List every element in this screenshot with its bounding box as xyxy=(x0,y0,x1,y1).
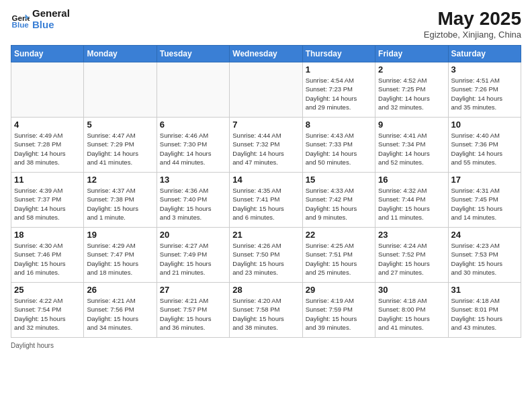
calendar-cell: 8Sunrise: 4:43 AM Sunset: 7:33 PM Daylig… xyxy=(302,118,375,173)
day-info: Sunrise: 4:41 AM Sunset: 7:34 PM Dayligh… xyxy=(378,131,445,167)
calendar-cell xyxy=(157,62,229,118)
day-header-friday: Friday xyxy=(375,46,448,62)
day-number: 13 xyxy=(160,175,226,185)
calendar-cell: 20Sunrise: 4:27 AM Sunset: 7:49 PM Dayli… xyxy=(157,228,229,283)
day-number: 22 xyxy=(306,230,372,240)
day-info: Sunrise: 4:40 AM Sunset: 7:36 PM Dayligh… xyxy=(451,131,518,167)
day-number: 3 xyxy=(451,64,518,75)
day-info: Sunrise: 4:44 AM Sunset: 7:32 PM Dayligh… xyxy=(232,131,299,167)
logo-icon: General Blue xyxy=(11,10,30,29)
day-header-thursday: Thursday xyxy=(302,46,375,62)
day-info: Sunrise: 4:21 AM Sunset: 7:56 PM Dayligh… xyxy=(87,296,153,332)
week-row-1: 1Sunrise: 4:54 AM Sunset: 7:23 PM Daylig… xyxy=(11,62,521,118)
calendar-table: SundayMondayTuesdayWednesdayThursdayFrid… xyxy=(11,45,521,338)
day-number: 26 xyxy=(87,285,153,295)
page: General Blue General Blue May 2025 Egizt… xyxy=(0,0,532,411)
calendar-cell xyxy=(230,62,302,118)
daylight-label: Daylight hours xyxy=(11,342,54,349)
day-number: 8 xyxy=(306,120,372,130)
day-info: Sunrise: 4:21 AM Sunset: 7:57 PM Dayligh… xyxy=(160,296,226,332)
day-info: Sunrise: 4:37 AM Sunset: 7:38 PM Dayligh… xyxy=(87,186,153,222)
day-info: Sunrise: 4:49 AM Sunset: 7:28 PM Dayligh… xyxy=(14,131,81,167)
location: Egiztobe, Xinjiang, China xyxy=(424,30,521,40)
day-number: 12 xyxy=(87,175,153,185)
day-number: 10 xyxy=(451,120,518,130)
calendar-cell: 3Sunrise: 4:51 AM Sunset: 7:26 PM Daylig… xyxy=(448,62,521,118)
calendar-cell: 30Sunrise: 4:18 AM Sunset: 8:00 PM Dayli… xyxy=(375,283,448,338)
day-number: 4 xyxy=(14,120,81,130)
day-number: 9 xyxy=(378,120,445,130)
logo: General Blue General Blue xyxy=(11,8,70,30)
day-number: 23 xyxy=(378,230,445,240)
day-header-monday: Monday xyxy=(84,46,157,62)
day-number: 2 xyxy=(378,64,445,75)
day-number: 20 xyxy=(160,230,226,240)
calendar-cell: 5Sunrise: 4:47 AM Sunset: 7:29 PM Daylig… xyxy=(84,118,157,173)
calendar-cell: 21Sunrise: 4:26 AM Sunset: 7:50 PM Dayli… xyxy=(230,228,302,283)
day-number: 14 xyxy=(232,175,299,185)
day-number: 31 xyxy=(451,285,518,295)
calendar-cell: 7Sunrise: 4:44 AM Sunset: 7:32 PM Daylig… xyxy=(230,118,302,173)
day-info: Sunrise: 4:26 AM Sunset: 7:50 PM Dayligh… xyxy=(232,241,299,277)
calendar-cell xyxy=(11,62,84,118)
calendar-cell: 26Sunrise: 4:21 AM Sunset: 7:56 PM Dayli… xyxy=(84,283,157,338)
day-number: 16 xyxy=(378,175,445,185)
day-info: Sunrise: 4:18 AM Sunset: 8:00 PM Dayligh… xyxy=(378,296,445,332)
day-info: Sunrise: 4:27 AM Sunset: 7:49 PM Dayligh… xyxy=(160,241,226,277)
day-info: Sunrise: 4:24 AM Sunset: 7:52 PM Dayligh… xyxy=(378,241,445,277)
day-number: 29 xyxy=(306,285,372,295)
calendar-cell: 1Sunrise: 4:54 AM Sunset: 7:23 PM Daylig… xyxy=(302,62,375,118)
week-row-5: 25Sunrise: 4:22 AM Sunset: 7:54 PM Dayli… xyxy=(11,283,521,338)
calendar-cell: 25Sunrise: 4:22 AM Sunset: 7:54 PM Dayli… xyxy=(11,283,84,338)
calendar-cell: 2Sunrise: 4:52 AM Sunset: 7:25 PM Daylig… xyxy=(375,62,448,118)
logo-blue: Blue xyxy=(32,19,70,31)
calendar-cell: 15Sunrise: 4:33 AM Sunset: 7:42 PM Dayli… xyxy=(302,173,375,228)
header: General Blue General Blue May 2025 Egizt… xyxy=(11,8,521,40)
day-header-wednesday: Wednesday xyxy=(230,46,302,62)
day-info: Sunrise: 4:33 AM Sunset: 7:42 PM Dayligh… xyxy=(306,186,372,222)
calendar-cell: 10Sunrise: 4:40 AM Sunset: 7:36 PM Dayli… xyxy=(448,118,521,173)
day-number: 21 xyxy=(232,230,299,240)
day-number: 17 xyxy=(451,175,518,185)
day-header-saturday: Saturday xyxy=(448,46,521,62)
day-header-sunday: Sunday xyxy=(11,46,84,62)
month-year: May 2025 xyxy=(424,8,521,30)
calendar-cell: 31Sunrise: 4:18 AM Sunset: 8:01 PM Dayli… xyxy=(448,283,521,338)
day-info: Sunrise: 4:25 AM Sunset: 7:51 PM Dayligh… xyxy=(306,241,372,277)
day-number: 1 xyxy=(306,64,372,75)
day-number: 25 xyxy=(14,285,81,295)
week-row-3: 11Sunrise: 4:39 AM Sunset: 7:37 PM Dayli… xyxy=(11,173,521,228)
calendar-cell: 14Sunrise: 4:35 AM Sunset: 7:41 PM Dayli… xyxy=(230,173,302,228)
day-number: 7 xyxy=(232,120,299,130)
day-info: Sunrise: 4:23 AM Sunset: 7:53 PM Dayligh… xyxy=(451,241,518,277)
svg-text:Blue: Blue xyxy=(12,19,30,28)
calendar-cell: 9Sunrise: 4:41 AM Sunset: 7:34 PM Daylig… xyxy=(375,118,448,173)
day-number: 6 xyxy=(160,120,226,130)
calendar-cell: 4Sunrise: 4:49 AM Sunset: 7:28 PM Daylig… xyxy=(11,118,84,173)
calendar-cell xyxy=(84,62,157,118)
day-number: 15 xyxy=(306,175,372,185)
day-number: 5 xyxy=(87,120,153,130)
day-number: 28 xyxy=(232,285,299,295)
calendar-cell: 12Sunrise: 4:37 AM Sunset: 7:38 PM Dayli… xyxy=(84,173,157,228)
logo-general: General xyxy=(32,8,70,19)
day-number: 30 xyxy=(378,285,445,295)
day-info: Sunrise: 4:39 AM Sunset: 7:37 PM Dayligh… xyxy=(14,186,81,222)
day-info: Sunrise: 4:22 AM Sunset: 7:54 PM Dayligh… xyxy=(14,296,81,332)
day-info: Sunrise: 4:31 AM Sunset: 7:45 PM Dayligh… xyxy=(451,186,518,222)
day-info: Sunrise: 4:36 AM Sunset: 7:40 PM Dayligh… xyxy=(160,186,226,222)
calendar-cell: 24Sunrise: 4:23 AM Sunset: 7:53 PM Dayli… xyxy=(448,228,521,283)
day-info: Sunrise: 4:20 AM Sunset: 7:58 PM Dayligh… xyxy=(232,296,299,332)
calendar-cell: 16Sunrise: 4:32 AM Sunset: 7:44 PM Dayli… xyxy=(375,173,448,228)
day-info: Sunrise: 4:30 AM Sunset: 7:46 PM Dayligh… xyxy=(14,241,81,277)
day-number: 11 xyxy=(14,175,81,185)
day-number: 19 xyxy=(87,230,153,240)
day-info: Sunrise: 4:19 AM Sunset: 7:59 PM Dayligh… xyxy=(306,296,372,332)
calendar-cell: 11Sunrise: 4:39 AM Sunset: 7:37 PM Dayli… xyxy=(11,173,84,228)
day-info: Sunrise: 4:51 AM Sunset: 7:26 PM Dayligh… xyxy=(451,76,518,111)
calendar-cell: 13Sunrise: 4:36 AM Sunset: 7:40 PM Dayli… xyxy=(157,173,229,228)
day-info: Sunrise: 4:46 AM Sunset: 7:30 PM Dayligh… xyxy=(160,131,226,167)
day-header-tuesday: Tuesday xyxy=(157,46,229,62)
calendar-cell: 17Sunrise: 4:31 AM Sunset: 7:45 PM Dayli… xyxy=(448,173,521,228)
day-info: Sunrise: 4:35 AM Sunset: 7:41 PM Dayligh… xyxy=(232,186,299,222)
